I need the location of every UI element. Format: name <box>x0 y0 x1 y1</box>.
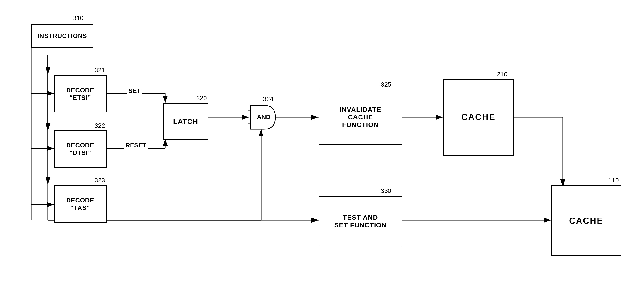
latch-box: LATCH <box>163 103 208 140</box>
and-gate-svg: AND <box>248 104 276 130</box>
ref-324: 324 <box>263 95 273 103</box>
ref-110: 110 <box>608 177 618 184</box>
ref-320: 320 <box>196 94 207 102</box>
set-label: SET <box>127 87 142 95</box>
svg-text:AND: AND <box>257 113 270 121</box>
test-and-set-box: TEST ANDSET FUNCTION <box>318 196 402 247</box>
ref-210: 210 <box>497 71 507 78</box>
ref-325: 325 <box>381 81 391 88</box>
ref-330: 330 <box>381 187 391 195</box>
ref-323: 323 <box>94 177 105 184</box>
cache-210-box: CACHE <box>443 79 514 156</box>
decode-dtsi-box: DECODE“DTSI” <box>54 130 106 168</box>
decode-etsi-box: DECODE“ETSI” <box>54 75 106 112</box>
ref-310: 310 <box>73 14 83 22</box>
ref-321: 321 <box>94 66 105 74</box>
cache-110-box: CACHE <box>551 185 622 256</box>
reset-label: RESET <box>124 141 148 150</box>
ref-322: 322 <box>94 122 105 129</box>
instructions-box: INSTRUCTIONS <box>31 24 94 48</box>
invalidate-cache-box: INVALIDATECACHEFUNCTION <box>318 90 402 145</box>
decode-tas-box: DECODE“TAS” <box>54 185 106 223</box>
diagram: { "diagram": { "title": "Cache Invalidat… <box>0 0 644 302</box>
